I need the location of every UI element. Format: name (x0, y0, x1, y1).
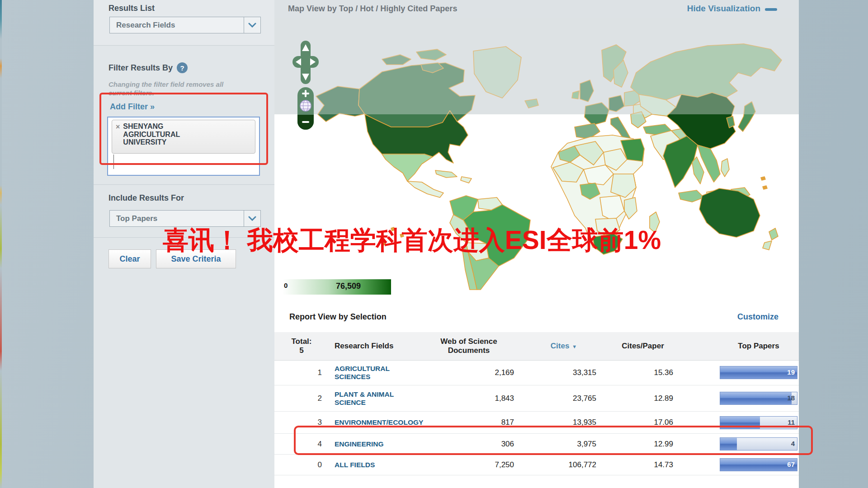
row-cites-per-paper-value: 14.73 (604, 455, 673, 475)
country-australia (699, 188, 760, 237)
row-top-papers-cell: 67 (720, 455, 797, 475)
annotation-box-engineering-row (294, 426, 813, 455)
filter-results-by-heading: Filter Results By ? (108, 62, 188, 73)
table-row: 2PLANT & ANIMAL SCIENCE1,84323,76512.891… (274, 385, 799, 412)
row-rank: 0 (274, 455, 322, 475)
results-list-value: Research Fields (110, 21, 244, 30)
results-list-heading: Results List (108, 4, 155, 13)
row-cites-value: 33,315 (519, 360, 596, 385)
zoom-out-icon (302, 121, 309, 123)
map-pan-control[interactable] (291, 40, 321, 85)
row-rank: 1 (274, 360, 322, 385)
screenshot-stage: Results List Research Fields Filter Resu… (0, 0, 868, 488)
map-color-scale: 0 76,509 (283, 279, 391, 295)
column-cites[interactable]: Cites ▼ (528, 332, 600, 360)
column-wos-documents[interactable]: Web of Science Documents (419, 332, 519, 360)
minimize-icon (765, 8, 777, 11)
row-rank: 2 (274, 385, 322, 411)
scale-min-label: 0 (284, 282, 288, 289)
help-icon[interactable]: ? (177, 62, 188, 73)
row-docs-value: 1,843 (419, 385, 514, 411)
report-header-bar: Report View by Selection Customize (274, 304, 799, 333)
country-mexico (382, 154, 433, 181)
top-papers-count: 18 (787, 394, 795, 402)
column-cites-per-paper[interactable]: Cites/Paper (609, 332, 677, 360)
row-top-papers-cell: 18 (720, 385, 797, 411)
map-header-bar: Map View by Top / Hot / Highly Cited Pap… (274, 0, 799, 19)
annotation-box-filter (99, 93, 268, 165)
hide-visualization-link[interactable]: Hide Visualization (687, 4, 777, 14)
table-row: 0ALL FIELDS7,250106,77214.7367 (274, 455, 799, 475)
chevron-down-icon[interactable] (244, 17, 260, 33)
map-area: 0 76,509 (274, 18, 799, 304)
row-cites-value: 23,765 (519, 385, 596, 411)
top-papers-count: 19 (787, 368, 795, 376)
table-header: Total: 5 Research Fields Web of Science … (274, 332, 799, 361)
table-row: 1AGRICULTURAL SCIENCES2,16933,31515.3619 (274, 360, 799, 385)
results-list-dropdown[interactable]: Research Fields (109, 17, 261, 33)
total-count: Total: 5 (274, 332, 329, 360)
column-top-papers[interactable]: Top Papers (720, 332, 797, 360)
row-cites-per-paper-value: 15.36 (604, 360, 673, 385)
row-docs-value: 7,250 (419, 455, 514, 475)
customize-link[interactable]: Customize (737, 312, 778, 322)
include-results-value: Top Papers (110, 214, 244, 223)
map-zoom-control[interactable] (297, 87, 314, 130)
map-view-title: Map View by Top / Hot / Highly Cited Pap… (288, 4, 457, 14)
top-papers-count: 11 (788, 418, 795, 426)
table-body: 1AGRICULTURAL SCIENCES2,16933,31515.3619… (274, 360, 799, 475)
row-top-papers-cell: 19 (720, 360, 797, 385)
top-papers-bar: 18 (720, 392, 797, 405)
research-field-link[interactable]: ALL FIELDS (335, 455, 416, 475)
clear-button[interactable]: Clear (108, 249, 151, 268)
row-cites-per-paper-value: 12.89 (604, 385, 673, 411)
row-docs-value: 2,169 (419, 360, 514, 385)
map-wash-overlay (274, 18, 799, 114)
column-research-fields[interactable]: Research Fields (335, 332, 416, 360)
top-papers-bar: 67 (720, 458, 797, 471)
top-papers-count: 67 (787, 460, 795, 468)
sort-desc-icon: ▼ (572, 344, 577, 350)
research-field-link[interactable]: AGRICULTURAL SCIENCES (335, 360, 416, 385)
photo-edge-strip (0, 0, 2, 488)
row-cites-value: 106,772 (519, 455, 596, 475)
top-papers-bar: 19 (720, 366, 797, 379)
announcement-text: 喜讯！ 我校工程学科首次进入ESI全球前1% (163, 223, 661, 258)
include-results-heading: Include Results For (108, 193, 184, 203)
report-view-title: Report View by Selection (289, 312, 387, 322)
research-field-link[interactable]: PLANT & ANIMAL SCIENCE (335, 385, 416, 411)
globe-icon (300, 100, 311, 111)
scale-max-label: 76,509 (336, 282, 361, 291)
